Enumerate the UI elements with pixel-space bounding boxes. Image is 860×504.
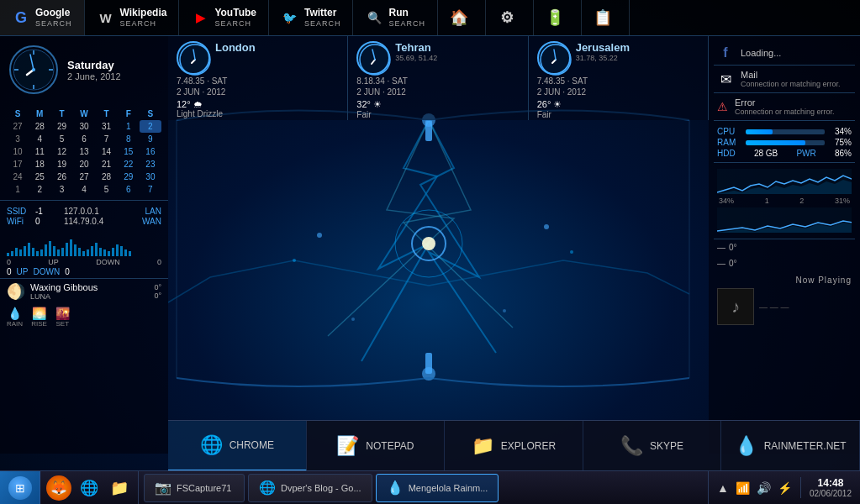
google-label: Google SEARCH	[35, 7, 72, 28]
topbar-google[interactable]: G Google SEARCH	[0, 0, 85, 35]
facebook-row: f Loading...	[714, 41, 855, 66]
tray-battery[interactable]: ⚡	[776, 480, 794, 496]
rain-item: 💧 RAIN	[7, 307, 23, 328]
calendar-day[interactable]: 21	[95, 158, 117, 171]
taskbar-dvper[interactable]: 🌐 Dvper's Blog - Go...	[248, 474, 372, 502]
calendar-day[interactable]: 6	[73, 133, 96, 145]
calendar-day[interactable]: 28	[95, 171, 117, 183]
taskbar-fscapture[interactable]: 📷 FSCapture71	[144, 474, 245, 502]
notepad-label: NOTEPAD	[366, 440, 414, 452]
bandwidth-graph	[7, 235, 161, 256]
chrome-label: CHROME	[230, 439, 274, 451]
graph-2	[717, 207, 852, 233]
explorer-label: EXPLORER	[501, 440, 556, 452]
album-art: ♪	[717, 288, 754, 325]
moon-section: 🌖 Waxing Gibbous LUNA 0° 0°	[0, 278, 168, 304]
svg-line-25	[192, 60, 195, 63]
calendar-day[interactable]: 7	[140, 183, 161, 196]
tray-arrow[interactable]: ▲	[715, 480, 731, 496]
calendar-day[interactable]: 24	[7, 171, 29, 183]
calendar-day[interactable]: 27	[7, 120, 29, 133]
calendar-day[interactable]: 31	[95, 120, 117, 133]
chrome-ql-icon[interactable]: 🌐	[77, 475, 102, 501]
calendar-day[interactable]: 18	[29, 158, 50, 171]
calendar-day[interactable]: 8	[118, 133, 140, 145]
run-label: Run SEARCH	[388, 7, 425, 28]
topbar-battery[interactable]: 🔋	[534, 0, 582, 35]
calendar-day[interactable]: 11	[29, 145, 50, 158]
calendar-day[interactable]: 1	[7, 183, 29, 196]
calendar-day[interactable]: 30	[140, 171, 161, 183]
rise-item: 🌅 RISE	[31, 307, 47, 328]
google-icon: G	[12, 8, 30, 27]
calendar-day[interactable]: 26	[50, 171, 72, 183]
open-apps: 📷 FSCapture71 🌐 Dvper's Blog - Go... 💧 M…	[139, 471, 708, 505]
topbar-youtube[interactable]: ▶ YouTube SEARCH	[179, 0, 269, 35]
topbar-misc[interactable]: 📋	[582, 0, 630, 35]
calendar-day[interactable]: 22	[118, 158, 140, 171]
cpu-fill	[746, 129, 773, 134]
topbar-run[interactable]: 🔍 Run SEARCH	[353, 0, 438, 35]
calendar-day[interactable]: 12	[50, 145, 72, 158]
calendar-day[interactable]: 9	[140, 133, 161, 145]
firefox-icon[interactable]: 🦊	[46, 475, 71, 501]
set-item: 🌇 SET	[55, 307, 70, 328]
calendar-day[interactable]: 2	[140, 120, 161, 133]
tray-explorer[interactable]: 📁 EXPLORER	[445, 421, 583, 471]
calendar-day[interactable]: 4	[73, 183, 96, 196]
calendar-day[interactable]: 7	[95, 133, 117, 145]
calendar-day[interactable]: 29	[50, 120, 72, 133]
calendar-day[interactable]: 29	[118, 171, 140, 183]
calendar-day[interactable]: 30	[73, 120, 96, 133]
mail-row: ✉ Mail Connection or matching error.	[714, 66, 855, 93]
tray-chrome[interactable]: 🌐 CHROME	[168, 421, 307, 471]
tray-network[interactable]: 📶	[734, 480, 752, 496]
tray-skype[interactable]: 📞 SKYPE	[583, 421, 722, 471]
calendar: SMTWTFS 27282930311234567891011121314151…	[0, 103, 168, 200]
updown-section: 0 UP DOWN 0	[0, 265, 168, 278]
taskbar-clock[interactable]: 14:48 02/06/2012	[800, 477, 860, 498]
app-tray: 🌐 CHROME 📝 NOTEPAD 📁 EXPLORER 📞 SKYPE 💧 …	[168, 420, 860, 470]
graph-1	[717, 169, 852, 194]
calendar-day[interactable]: 5	[95, 183, 117, 196]
calendar-day[interactable]: 6	[118, 183, 140, 196]
tray-volume[interactable]: 🔊	[755, 480, 773, 496]
run-icon: 🔍	[365, 8, 383, 27]
calendar-day[interactable]: 20	[73, 158, 96, 171]
weather-strip: London 7.48.35 · SAT 2 JUN · 2012 12° 🌧 …	[168, 36, 709, 120]
calendar-day[interactable]: 19	[50, 158, 72, 171]
sun-section: 💧 RAIN 🌅 RISE 🌇 SET	[0, 304, 168, 330]
calendar-day[interactable]: 13	[73, 145, 96, 158]
start-button[interactable]: ⊞	[0, 471, 40, 505]
topbar-twitter[interactable]: 🐦 Twitter SEARCH	[269, 0, 354, 35]
tray-rainmeter[interactable]: 💧 RAINMETER.NET	[721, 421, 860, 471]
tehran-clock	[356, 41, 390, 75]
topbar-home[interactable]: 🏠	[438, 0, 486, 35]
calendar-day[interactable]: 10	[7, 145, 29, 158]
calendar-day[interactable]: 17	[7, 158, 29, 171]
tray-notepad[interactable]: 📝 NOTEPAD	[307, 421, 446, 471]
calendar-day[interactable]: 14	[95, 145, 117, 158]
topbar-wikipedia[interactable]: W Wikipedia SEARCH	[85, 0, 180, 35]
calendar-day[interactable]: 3	[50, 183, 72, 196]
cpu-row: CPU 34%	[717, 127, 852, 136]
calendar-day[interactable]: 4	[29, 133, 50, 145]
weather-jerusalem: Jerusalem 31.78, 35.22 7.48.35 · SAT 2 J…	[529, 36, 709, 120]
quick-launch: 🦊 🌐 📁	[40, 471, 139, 505]
calendar-day[interactable]: 27	[73, 171, 96, 183]
cpu-bar	[746, 129, 825, 134]
folder-ql-icon[interactable]: 📁	[107, 475, 132, 501]
svg-line-31	[552, 60, 556, 63]
calendar-day[interactable]: 16	[140, 145, 161, 158]
taskbar-rainmeter[interactable]: 💧 Mengelola Rainm...	[376, 474, 499, 502]
calendar-day[interactable]: 5	[50, 133, 72, 145]
calendar-day[interactable]: 1	[118, 120, 140, 133]
youtube-label: YouTube SEARCH	[214, 7, 256, 28]
topbar-settings[interactable]: ⚙	[486, 0, 534, 35]
calendar-day[interactable]: 15	[118, 145, 140, 158]
calendar-day[interactable]: 2	[29, 183, 50, 196]
calendar-day[interactable]: 3	[7, 133, 29, 145]
calendar-day[interactable]: 25	[29, 171, 50, 183]
calendar-day[interactable]: 28	[29, 120, 50, 133]
calendar-day[interactable]: 23	[140, 158, 161, 171]
